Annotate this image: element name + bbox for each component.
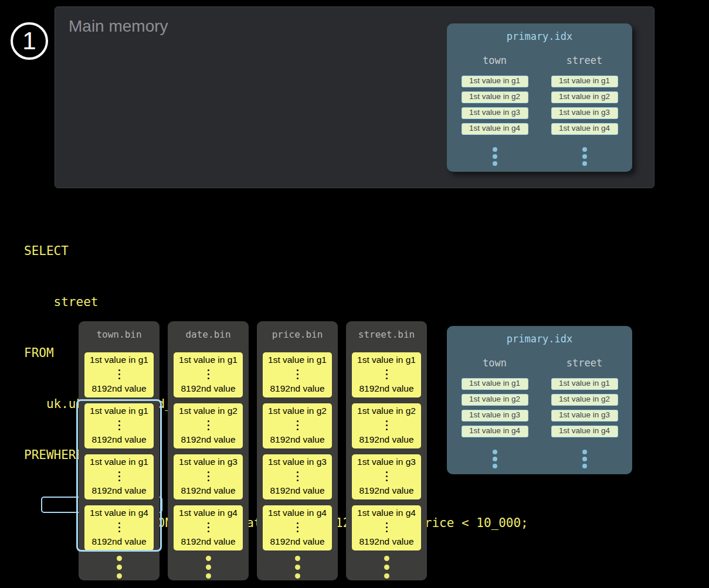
primary-idx-columns: town 1st value in g1 1st value in g2 1st… xyxy=(447,357,632,468)
granule-block: 1st value in g2 8192nd value xyxy=(352,403,421,448)
granule-last-value: 8192nd value xyxy=(359,485,413,496)
index-mark-chip: 1st value in g2 xyxy=(551,394,618,406)
index-mark-chip: 1st value in g4 xyxy=(551,426,618,437)
ellipsis-icon xyxy=(386,471,388,481)
ellipsis-icon xyxy=(257,556,338,579)
column-header: street xyxy=(566,55,602,66)
index-mark-chip: 1st value in g4 xyxy=(462,123,528,135)
ellipsis-icon xyxy=(297,522,298,532)
ellipsis-icon xyxy=(297,369,298,379)
granule-last-value: 8192nd value xyxy=(359,383,413,394)
ellipsis-icon xyxy=(582,450,587,468)
ellipsis-icon xyxy=(493,147,497,166)
granule-first-value: 1st value in g4 xyxy=(179,508,238,518)
granule-last-value: 8192nd value xyxy=(270,536,324,547)
main-memory-title: Main memory xyxy=(69,17,168,36)
column-header: town xyxy=(483,55,507,66)
bin-title: town.bin xyxy=(79,321,160,341)
step-1-badge: 1 xyxy=(11,22,48,60)
granule-first-value: 1st value in g1 xyxy=(179,355,238,365)
bin-title: price.bin xyxy=(257,321,338,341)
granule-last-value: 8192nd value xyxy=(181,536,235,547)
granule-block: 1st value in g3 8192nd value xyxy=(352,454,421,499)
ellipsis-icon xyxy=(168,556,249,579)
ellipsis-icon xyxy=(208,522,209,532)
sql-line: SELECT xyxy=(24,243,528,260)
ellipsis-icon xyxy=(386,369,388,379)
granule-first-value: 1st value in g4 xyxy=(357,508,416,518)
granule-last-value: 8192nd value xyxy=(359,536,413,547)
granule-last-value: 8192nd value xyxy=(91,485,146,496)
ellipsis-icon xyxy=(386,522,388,532)
bin-panel-date: date.bin 1st value in g1 8192nd value 1s… xyxy=(168,321,249,580)
ellipsis-icon xyxy=(346,556,427,579)
ellipsis-icon xyxy=(493,450,497,468)
primary-idx-title: primary.idx xyxy=(447,23,632,42)
granule-first-value: 1st value in g1 xyxy=(268,355,327,365)
granule-block: 1st value in g1 8192nd value xyxy=(174,352,243,397)
granule-block: 1st value in g4 8192nd value xyxy=(174,505,243,550)
ellipsis-icon xyxy=(118,420,120,430)
granule-first-value: 1st value in g4 xyxy=(268,508,327,518)
index-mark-chip: 1st value in g3 xyxy=(551,107,618,119)
index-mark-chip: 1st value in g2 xyxy=(462,394,528,406)
granule-first-value: 1st value in g1 xyxy=(357,355,416,365)
granule-last-value: 8192nd value xyxy=(91,383,146,394)
granule-first-value: 1st value in g2 xyxy=(268,406,327,416)
ellipsis-icon xyxy=(582,147,587,166)
granule-first-value: 1st value in g2 xyxy=(179,406,238,416)
index-mark-chip: 1st value in g4 xyxy=(551,123,618,135)
index-column-town: town 1st value in g1 1st value in g2 1st… xyxy=(462,55,528,166)
granule-last-value: 8192nd value xyxy=(181,485,235,496)
index-mark-chip: 1st value in g1 xyxy=(462,378,528,390)
bin-panel-town: town.bin 1st value in g1 8192nd value 1s… xyxy=(79,321,160,580)
step-number: 1 xyxy=(22,27,36,55)
granule-block: 1st value in g2 8192nd value xyxy=(263,403,332,448)
granule-first-value: 1st value in g3 xyxy=(357,457,416,467)
primary-idx-bottom-panel: primary.idx town 1st value in g1 1st val… xyxy=(447,326,632,474)
index-mark-chip: 1st value in g3 xyxy=(462,410,528,422)
ellipsis-icon xyxy=(118,471,120,481)
granule-block: 1st value in g1 8192nd value xyxy=(84,352,154,397)
granule-first-value: 1st value in g1 xyxy=(90,406,148,416)
index-column-town: town 1st value in g1 1st value in g2 1st… xyxy=(462,357,528,468)
granule-first-value: 1st value in g1 xyxy=(90,457,148,467)
granule-block: 1st value in g4 8192nd value xyxy=(352,505,421,550)
bin-panel-street: street.bin 1st value in g1 8192nd value … xyxy=(346,321,427,580)
granule-last-value: 8192nd value xyxy=(181,434,235,445)
ellipsis-icon xyxy=(118,522,120,532)
primary-idx-columns: town 1st value in g1 1st value in g2 1st… xyxy=(447,55,632,166)
primary-idx-title: primary.idx xyxy=(447,326,632,345)
index-mark-chip: 1st value in g1 xyxy=(551,76,618,87)
column-header: street xyxy=(566,357,602,369)
granule-last-value: 8192nd value xyxy=(91,536,146,547)
granule-block: 1st value in g1 8192nd value xyxy=(84,454,154,499)
index-mark-chip: 1st value in g2 xyxy=(462,91,528,103)
granule-last-value: 8192nd value xyxy=(181,383,235,394)
granule-first-value: 1st value in g1 xyxy=(90,355,148,365)
index-mark-chip: 1st value in g3 xyxy=(462,107,528,119)
index-column-street: street 1st value in g1 1st value in g2 1… xyxy=(551,55,618,166)
granule-block: 1st value in g2 8192nd value xyxy=(174,403,243,448)
ellipsis-icon xyxy=(208,420,209,430)
ellipsis-icon xyxy=(297,471,298,481)
bin-title: date.bin xyxy=(168,321,249,341)
granule-first-value: 1st value in g3 xyxy=(268,457,327,467)
granule-last-value: 8192nd value xyxy=(270,434,324,445)
granule-first-value: 1st value in g4 xyxy=(90,508,148,518)
granule-block: 1st value in g1 8192nd value xyxy=(263,352,332,397)
index-column-street: street 1st value in g1 1st value in g2 1… xyxy=(551,357,618,468)
sql-line: street xyxy=(24,294,528,311)
ellipsis-icon xyxy=(118,369,120,379)
ellipsis-icon xyxy=(79,556,160,579)
diagram-canvas: 1 Main memory primary.idx town 1st value… xyxy=(0,0,709,588)
bin-title: street.bin xyxy=(346,321,427,341)
ellipsis-icon xyxy=(208,369,209,379)
granule-block: 1st value in g1 8192nd value xyxy=(84,403,154,448)
granule-last-value: 8192nd value xyxy=(270,383,324,394)
column-files-row: town.bin 1st value in g1 8192nd value 1s… xyxy=(79,321,427,580)
primary-idx-top-panel: primary.idx town 1st value in g1 1st val… xyxy=(447,23,632,172)
granule-last-value: 8192nd value xyxy=(359,434,413,445)
granule-block: 1st value in g3 8192nd value xyxy=(263,454,332,499)
column-header: town xyxy=(483,357,507,369)
